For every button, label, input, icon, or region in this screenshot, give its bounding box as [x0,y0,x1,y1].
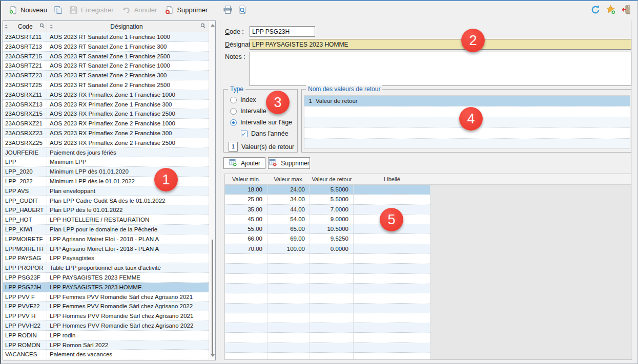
cell-valeur-max[interactable]: 54.00 [267,215,310,224]
value-table-row[interactable]: 66.00 69.00 9.5250 [225,234,632,244]
table-list-row[interactable]: VACANCES Paiement des vacances [3,350,209,359]
cell-libelle[interactable] [354,274,430,283]
add-favorite-button[interactable] [603,3,619,17]
table-list-row[interactable]: LPP PVV H LPP Hommes PVV Romandie Sàrl c… [3,311,209,321]
cell-valeur-min[interactable]: 45.00 [225,215,267,224]
cell-valeur-min[interactable] [225,313,267,323]
header-valeur-max[interactable]: Valeur max. [267,174,310,184]
cell-libelle[interactable] [354,234,430,243]
table-list-row[interactable]: LPP PVVH22 LPP Hommes PVV Romandie Sàrl … [3,321,209,331]
value-table-row[interactable] [225,333,632,342]
cell-valeur-min[interactable] [225,264,267,273]
table-list-row[interactable]: LPP PSG23H LPP PAYSAGISTES 2023 HOMME [3,283,209,292]
return-count-field[interactable]: 1 [229,142,238,152]
cell-valeur-retour[interactable] [310,293,354,303]
value-table-row[interactable] [225,313,632,323]
value-table-row[interactable] [225,353,632,360]
new-button[interactable]: Nouveau [5,4,51,16]
cell-valeur-min[interactable] [225,304,267,313]
cell-valeur-min[interactable] [225,323,267,332]
table-list-row[interactable]: 23AOSRTZ13 AOS 2023 RT Sanatel Zone 1 Fr… [3,42,209,52]
value-table-row[interactable]: 35.00 44.00 7.0000 [225,205,632,215]
header-valeur-retour[interactable]: Valeur de retour [310,174,354,184]
cell-valeur-max[interactable]: 24.00 [267,185,310,194]
table-list-row[interactable]: LPP Minimum LPP [3,157,209,167]
table-list-row[interactable]: 23AOSRXZ13 AOS 2023 RX Primaflex Zone 1 … [3,100,209,110]
table-list-row[interactable]: LPP_GUDIT Plan LPP Cadre Gudit SA dès le… [3,196,209,206]
cell-valeur-retour[interactable] [310,304,354,313]
table-list-row[interactable]: JOURFERIE Paiement des jours fériés [3,148,209,158]
cell-valeur-min[interactable]: 18.00 [225,185,267,194]
cell-valeur-min[interactable] [225,353,267,360]
cell-valeur-retour[interactable] [310,264,354,273]
undo-button[interactable]: Annuler [118,4,161,16]
cell-libelle[interactable] [354,333,430,342]
refresh-button[interactable] [588,3,603,17]
cell-valeur-min[interactable] [225,254,267,263]
cell-valeur-max[interactable] [267,333,310,342]
cell-valeur-retour[interactable] [310,254,354,263]
table-list-row[interactable]: 23AOSRXZ21 AOS 2023 RX Primaflex Zone 2 … [3,119,209,129]
cell-libelle[interactable] [354,353,430,360]
cell-valeur-min[interactable] [225,293,267,303]
cell-valeur-min[interactable]: 25.00 [225,195,267,204]
cell-valeur-retour[interactable] [310,343,354,352]
cell-valeur-max[interactable] [267,264,310,273]
cell-valeur-retour[interactable] [310,353,354,360]
cell-valeur-min[interactable] [225,274,267,283]
cell-valeur-max[interactable] [267,323,310,332]
table-list-row[interactable]: LPP_2020 Minimum LPP dès 01.01.2020 [3,167,209,177]
value-table-row[interactable] [225,343,632,353]
value-table-row[interactable] [225,284,632,293]
cell-libelle[interactable] [354,293,430,303]
scrollbar-down-icon[interactable] [211,354,215,357]
column-header-code[interactable]: Code [3,21,47,32]
table-list-row[interactable]: LPP ROMON LPP Romon Sàrl 2022 [3,340,209,350]
cell-valeur-max[interactable]: 34.00 [267,195,310,204]
cell-valeur-max[interactable]: 100.00 [267,244,310,253]
cell-valeur-max[interactable] [267,293,310,303]
notes-field[interactable] [250,52,631,86]
header-libelle[interactable]: Libellé [354,174,430,184]
table-list-row[interactable]: 23AOSRXZ11 AOS 2023 RX Primaflex Zone 1 … [3,90,209,100]
header-valeur-min[interactable]: Valeur min. [225,174,267,184]
cell-valeur-max[interactable] [267,284,310,293]
table-list-row[interactable]: 23AOSRXZ15 AOS 2023 RX Primaflex Zone 1 … [3,109,209,119]
value-table-row[interactable]: 70.00 100.00 0.0000 [225,244,632,254]
table-list-row[interactable]: LPP PSG23F LPP PAYSAGISTES 2023 FEMME [3,273,209,283]
cell-valeur-retour[interactable] [310,284,354,293]
scrollbar-thumb[interactable] [212,240,213,356]
table-list-row[interactable]: LPP AVS Plan enveloppant [3,186,209,196]
cell-valeur-retour[interactable]: 7.0000 [310,205,354,214]
cell-valeur-max[interactable] [267,313,310,323]
table-list-row[interactable]: LPP PVVF22 LPP Femmes PVV Romandie Sàrl … [3,302,209,311]
cell-valeur-retour[interactable]: 10.5000 [310,224,354,233]
print-button[interactable] [220,3,235,16]
table-list-row[interactable]: LPPMOIRETH LPP Agrisano Moiret Eloi - 20… [3,244,209,254]
table-list-row[interactable]: 23AOSRTZ15 AOS 2023 RT Sanatel Zone 1 Fr… [3,52,209,61]
cell-valeur-max[interactable] [267,274,310,283]
cell-valeur-retour[interactable] [310,274,354,283]
search-icon[interactable] [200,23,206,30]
table-list-row[interactable]: LPP_HAUERT Plan LPP dès le 01.01.2022 [3,205,209,215]
value-table-row[interactable] [225,264,632,273]
table-list-row[interactable]: 23AOSRXZ25 AOS 2023 RX Primaflex Zone 2 … [3,138,209,148]
table-list-row[interactable]: LPP PAYSAG LPP Paysagistes [3,253,209,263]
print-preview-button[interactable] [235,3,250,16]
value-table-row[interactable]: 45.00 54.00 9.0000 [225,215,632,224]
cell-valeur-retour[interactable]: 9.0000 [310,215,354,224]
cell-valeur-retour[interactable] [310,313,354,323]
cell-valeur-retour[interactable] [310,333,354,342]
table-list-row[interactable]: LPPMOIRETF LPP Agrisano Moiret Eloi - 20… [3,234,209,244]
value-table-row[interactable] [225,293,632,303]
table-list-row[interactable]: 23AOSRTZ23 AOS 2023 RT Sanatel Zone 2 Fr… [3,71,209,80]
cell-libelle[interactable] [354,264,430,273]
cell-valeur-max[interactable] [267,254,310,263]
cell-valeur-retour[interactable] [310,323,354,332]
return-value-row[interactable]: 1 Valeur de retour [304,96,630,106]
delete-row-button[interactable]: Supprimer [268,157,310,169]
cell-libelle[interactable] [354,343,430,352]
table-list-row[interactable]: LPP_KIWI Plan LPP pour le domaine de la … [3,225,209,234]
cell-valeur-retour[interactable]: 5.5000 [310,185,354,194]
cell-valeur-max[interactable]: 69.00 [267,234,310,243]
